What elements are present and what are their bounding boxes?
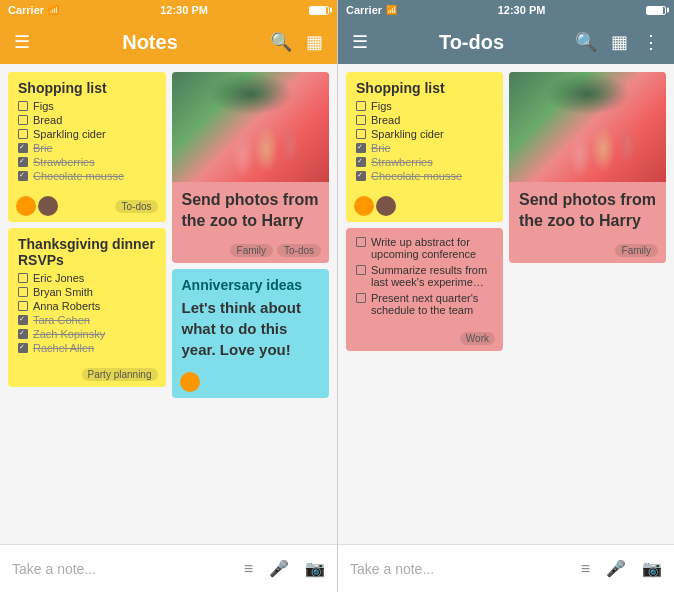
left-thanksgiving-body: Thanksgiving dinner RSVPs Eric Jones Bry… [8, 228, 166, 364]
right-hamburger-icon[interactable]: ☰ [352, 31, 368, 53]
left-rsvp-cb-2 [18, 287, 28, 297]
right-shopping-card[interactable]: Shopping list Figs Bread Sparkling cider [346, 72, 503, 222]
right-shopping-item-3: Sparkling cider [356, 128, 493, 140]
left-grid-icon[interactable]: ▦ [306, 31, 323, 53]
left-zoo-tag-todos: To-dos [277, 244, 321, 257]
left-app-header: ☰ Notes 🔍 ▦ [0, 20, 337, 64]
left-rsvp-cb-6 [18, 343, 28, 353]
left-rsvp-cb-5 [18, 329, 28, 339]
right-more-icon[interactable]: ⋮ [642, 31, 660, 53]
left-shopping-item-2: Bread [18, 114, 156, 126]
left-cb-6 [18, 171, 28, 181]
right-camera-icon[interactable]: 📷 [642, 559, 662, 578]
left-bottom-bar: Take a note... ≡ 🎤 📷 [0, 544, 337, 592]
right-flamingo-bg [509, 72, 666, 182]
left-rsvp-cb-4 [18, 315, 28, 325]
left-shopping-item-1: Figs [18, 100, 156, 112]
left-avatar-2 [38, 196, 58, 216]
right-time: 12:30 PM [498, 4, 546, 16]
right-app-header: ☰ To-dos 🔍 ▦ ⋮ [338, 20, 674, 64]
left-rsvp-4: Tara Cohen [18, 314, 156, 326]
left-rsvp-cb-1 [18, 273, 28, 283]
left-mic-icon[interactable]: 🎤 [269, 559, 289, 578]
left-camera-icon[interactable]: 📷 [305, 559, 325, 578]
left-rsvp-2: Bryan Smith [18, 286, 156, 298]
right-zoo-tags: Family [509, 240, 666, 263]
right-cb-5 [356, 157, 366, 167]
left-rsvp-1: Eric Jones [18, 272, 156, 284]
left-search-icon[interactable]: 🔍 [270, 31, 292, 53]
left-wifi-icon: 📶 [48, 5, 59, 15]
right-work-cb-1 [356, 237, 366, 247]
left-zoo-tag-family: Family [230, 244, 273, 257]
left-thanksgiving-tag: Party planning [82, 368, 158, 381]
right-work-cb-3 [356, 293, 366, 303]
left-header-title: Notes [122, 31, 178, 54]
left-thanksgiving-card[interactable]: Thanksgiving dinner RSVPs Eric Jones Bry… [8, 228, 166, 387]
right-work-body: Write up abstract for upcoming conferenc… [346, 228, 503, 328]
right-zoo-card[interactable]: Send photos from the zoo to Harry Family [509, 72, 666, 263]
right-work-card[interactable]: Write up abstract for upcoming conferenc… [346, 228, 503, 351]
right-carrier: Carrier [346, 4, 382, 16]
right-header-title: To-dos [439, 31, 504, 54]
right-col2: Send photos from the zoo to Harry Family [509, 72, 666, 536]
left-status-left: Carrier 📶 [8, 4, 59, 16]
left-shopping-card[interactable]: Shopping list Figs Bread Sparkling cider [8, 72, 166, 222]
left-ann-avatar-1 [180, 372, 200, 392]
left-cb-3 [18, 129, 28, 139]
left-anniversary-title: Anniversary ideas [182, 277, 320, 293]
right-take-note-placeholder[interactable]: Take a note... [350, 561, 573, 577]
right-zoo-tag-family: Family [615, 244, 658, 257]
left-phone-panel: Carrier 📶 12:30 PM ☰ Notes 🔍 ▦ Shopping … [0, 0, 337, 592]
right-shopping-item-6: Chocolate mousse [356, 170, 493, 182]
left-thanksgiving-title: Thanksgiving dinner RSVPs [18, 236, 156, 268]
left-shopping-item-5: Strawberries [18, 156, 156, 168]
left-carrier: Carrier [8, 4, 44, 16]
right-zoo-text: Send photos from the zoo to Harry [509, 182, 666, 240]
left-cb-4 [18, 143, 28, 153]
left-rsvp-3: Anna Roberts [18, 300, 156, 312]
left-take-note-placeholder[interactable]: Take a note... [12, 561, 236, 577]
left-shopping-item-4: Brie [18, 142, 156, 154]
right-work-footer: Work [346, 328, 503, 351]
left-anniversary-footer [172, 368, 330, 398]
left-battery-icon [309, 6, 329, 15]
left-cb-2 [18, 115, 28, 125]
left-zoo-tags: Family To-dos [172, 240, 330, 263]
left-rsvp-5: Zach Kopinsky [18, 328, 156, 340]
right-cb-2 [356, 115, 366, 125]
right-list-icon[interactable]: ≡ [581, 560, 590, 578]
right-cb-3 [356, 129, 366, 139]
right-work-tag: Work [460, 332, 495, 345]
right-cb-4 [356, 143, 366, 153]
left-list-icon[interactable]: ≡ [244, 560, 253, 578]
right-bottom-icons: ≡ 🎤 📷 [581, 559, 662, 578]
right-work-item-3: Present next quarter's schedule to the t… [356, 292, 493, 316]
right-shopping-item-5: Strawberries [356, 156, 493, 168]
right-mic-icon[interactable]: 🎤 [606, 559, 626, 578]
left-shopping-footer: To-dos [8, 192, 166, 222]
right-status-left: Carrier 📶 [346, 4, 397, 16]
left-rsvp-6: Rachel Allen [18, 342, 156, 354]
right-header-icons: 🔍 ▦ ⋮ [575, 31, 660, 53]
right-grid-icon[interactable]: ▦ [611, 31, 628, 53]
right-shopping-footer [346, 192, 503, 222]
right-shopping-body: Shopping list Figs Bread Sparkling cider [346, 72, 503, 192]
left-col2: Send photos from the zoo to Harry Family… [172, 72, 330, 536]
right-shopping-avatars [354, 196, 396, 216]
right-battery-icon [646, 6, 666, 15]
left-cb-1 [18, 101, 28, 111]
left-bottom-icons: ≡ 🎤 📷 [244, 559, 325, 578]
left-hamburger-icon[interactable]: ☰ [14, 31, 30, 53]
left-anniversary-card[interactable]: Anniversary ideas Let's think about what… [172, 269, 330, 398]
left-zoo-card[interactable]: Send photos from the zoo to Harry Family… [172, 72, 330, 263]
left-shopping-avatars [16, 196, 58, 216]
right-search-icon[interactable]: 🔍 [575, 31, 597, 53]
right-work-cb-2 [356, 265, 366, 275]
right-shopping-title: Shopping list [356, 80, 493, 96]
right-work-item-1: Write up abstract for upcoming conferenc… [356, 236, 493, 260]
left-zoo-text: Send photos from the zoo to Harry [172, 182, 330, 240]
right-cb-6 [356, 171, 366, 181]
left-time: 12:30 PM [160, 4, 208, 16]
right-flamingo-image [509, 72, 666, 182]
